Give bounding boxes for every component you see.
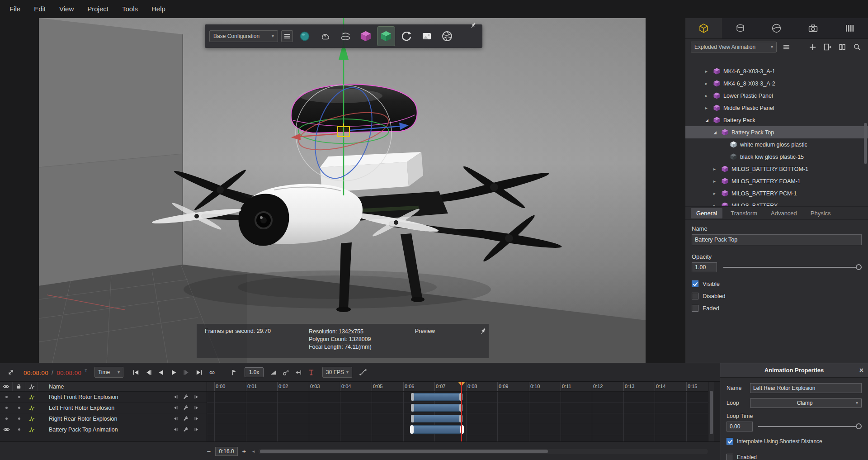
tree-item[interactable]: Middle Plastic Panel [685, 102, 868, 114]
timeline-horizontal-scrollbar[interactable] [258, 449, 708, 454]
expand-arrow-icon[interactable] [705, 69, 713, 74]
timeline-ruler[interactable]: 0:00 0:01 0:02 0:03 0:04 0:05 0:06 0:07 … [207, 382, 708, 392]
loop-time-slider-track[interactable] [758, 426, 862, 427]
zoom-out-button[interactable] [204, 447, 213, 456]
tab-physics[interactable]: Physics [805, 208, 836, 218]
next-keyframe-icon[interactable] [193, 416, 199, 422]
next-keyframe-icon[interactable] [193, 394, 199, 400]
expand-timeline-button[interactable] [5, 366, 17, 378]
tree-item[interactable]: Battery Pack [685, 114, 868, 126]
trim-animation-button[interactable] [305, 366, 318, 378]
tree-item[interactable]: Lower Plastic Panel [685, 90, 868, 102]
loop-time-slider-knob[interactable] [856, 423, 862, 429]
visibility-dot[interactable] [5, 417, 8, 420]
tab-environments[interactable] [759, 18, 795, 38]
anim-name-input[interactable] [750, 383, 862, 393]
close-button[interactable]: × [859, 363, 863, 378]
tree-item[interactable]: MILOS_BATTERY FOAM-1 [685, 175, 868, 187]
play-reverse-button[interactable] [155, 366, 168, 378]
tab-general[interactable]: General [691, 208, 722, 218]
animation-set-dropdown[interactable]: Exploded View Animation [691, 42, 777, 52]
opacity-slider[interactable] [723, 264, 862, 270]
tab-appearances[interactable] [722, 18, 759, 38]
fps-dropdown[interactable]: 30 FPS [322, 367, 352, 378]
expand-arrow-icon[interactable] [705, 81, 713, 86]
track-row[interactable]: Left Front Rotor Explosion [0, 403, 207, 413]
tree-item[interactable]: MILOS_BATTERY BOTTOM-1 [685, 163, 868, 175]
wrench-icon[interactable] [183, 427, 189, 432]
tree-item-selected[interactable]: Battery Pack Top [685, 126, 868, 138]
menu-project[interactable]: Project [80, 0, 115, 18]
faded-checkbox[interactable] [692, 305, 698, 312]
stats-pin-icon[interactable] [479, 327, 487, 335]
menu-view[interactable]: View [52, 0, 80, 18]
expand-arrow-icon[interactable] [705, 105, 713, 110]
explode-tool-button[interactable] [357, 27, 374, 46]
track-curve-icon[interactable] [28, 416, 35, 422]
visibility-dot[interactable] [5, 396, 8, 398]
opacity-slider-knob[interactable] [856, 264, 862, 270]
step-forward-button[interactable] [180, 366, 193, 378]
zoom-range-input[interactable] [215, 447, 238, 456]
tree-item[interactable]: MK4-6_8-X03-3_A-2 [685, 77, 868, 90]
columns-view-button[interactable] [837, 42, 848, 52]
playhead-line[interactable] [461, 382, 462, 441]
visible-checkbox[interactable] [692, 280, 698, 287]
loop-playback-button[interactable]: ∞ [206, 366, 218, 378]
scroll-left-arrow-icon[interactable]: ◂ [252, 449, 255, 454]
step-back-button[interactable] [142, 366, 155, 378]
denoiser-button[interactable] [316, 27, 334, 46]
expand-arrow-icon[interactable] [705, 93, 713, 98]
animation-clip[interactable] [411, 393, 462, 401]
expand-arrow-icon[interactable] [713, 203, 722, 206]
animation-menu-button[interactable] [781, 42, 792, 52]
toolbar-pin-icon[interactable] [469, 22, 477, 29]
prev-keyframe-icon[interactable] [173, 394, 179, 400]
enabled-checkbox[interactable] [726, 454, 733, 460]
lock-dot[interactable] [18, 428, 20, 431]
menu-help[interactable]: Help [145, 0, 172, 18]
tab-advanced[interactable]: Advanced [765, 208, 802, 218]
loop-time-input[interactable] [726, 422, 753, 432]
wrench-icon[interactable] [183, 394, 189, 400]
tree-item[interactable]: MILOS_BATTERY PCM-1 [685, 187, 868, 199]
collapse-arrow-icon[interactable] [705, 118, 713, 123]
scrollbar-thumb[interactable] [710, 391, 713, 434]
track-curve-icon[interactable] [28, 427, 35, 433]
expand-arrow-icon[interactable] [713, 166, 722, 171]
lock-dot[interactable] [18, 407, 20, 409]
clip-start-handle[interactable] [411, 415, 414, 422]
opacity-slider-track[interactable] [723, 267, 862, 268]
tab-models[interactable] [685, 18, 722, 38]
playback-speed-button[interactable]: 1.0x [245, 367, 264, 377]
menu-edit[interactable]: Edit [27, 0, 52, 18]
search-button[interactable] [852, 42, 863, 52]
tree-item-clipped[interactable]: MILOS_BATTERY [685, 199, 868, 206]
ramp-button[interactable] [267, 366, 280, 378]
tree-item-material[interactable]: black low gloss plastic-15 [685, 151, 868, 163]
track-row[interactable]: Right Rear Rotor Explosion [0, 413, 207, 424]
timeline-vertical-scrollbar[interactable] [709, 382, 714, 441]
skip-to-start-button[interactable] [130, 366, 142, 378]
animation-clip[interactable] [411, 415, 462, 422]
prev-keyframe-icon[interactable] [173, 405, 179, 411]
disabled-checkbox[interactable] [692, 293, 698, 299]
tree-scrollbar[interactable] [864, 123, 867, 164]
skip-to-end-button[interactable] [193, 366, 206, 378]
track-row[interactable]: Right Front Rotor Explosion [0, 392, 207, 403]
expand-arrow-icon[interactable] [713, 179, 722, 184]
track-row-active[interactable]: Battery Pack Top Animation [0, 424, 207, 435]
clip-start-handle[interactable] [411, 393, 414, 401]
track-curve-icon[interactable] [28, 394, 35, 400]
clip-start-handle[interactable] [411, 404, 414, 412]
animation-clip[interactable] [411, 404, 462, 412]
play-button[interactable] [168, 366, 180, 378]
tree-item[interactable]: MK4-6_8-X03-3_A-1 [685, 65, 868, 77]
tab-cameras[interactable] [795, 18, 831, 38]
part-name-input[interactable] [692, 234, 862, 245]
wrench-icon[interactable] [183, 405, 189, 411]
tab-transform[interactable]: Transform [725, 208, 763, 218]
eye-icon[interactable] [3, 426, 10, 433]
clip-start-handle[interactable] [410, 425, 414, 434]
render-flag-button[interactable] [228, 366, 241, 378]
